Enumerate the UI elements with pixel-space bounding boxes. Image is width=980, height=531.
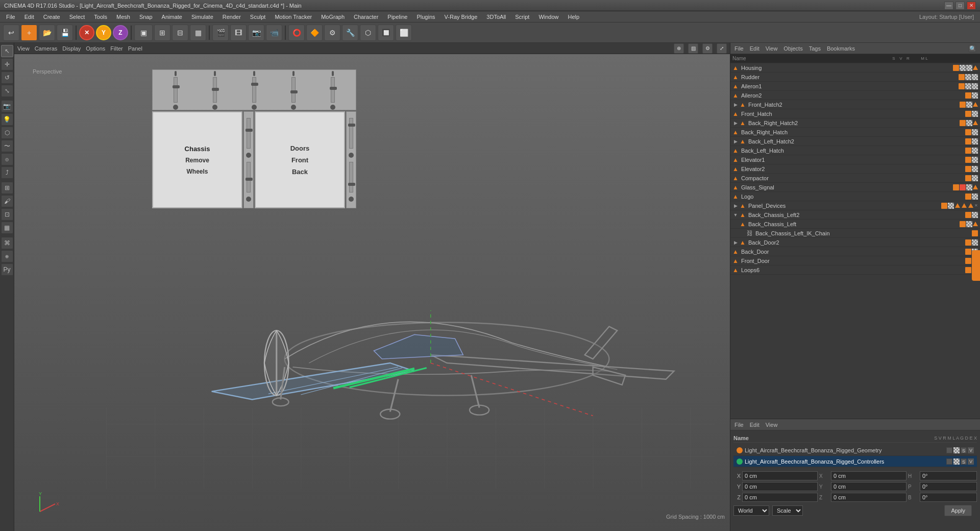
menu-plugins[interactable]: Plugins bbox=[412, 13, 439, 21]
tool-rotate[interactable]: ↺ bbox=[1, 71, 13, 84]
list-item[interactable]: ▲ Back_Chassis_Left bbox=[730, 220, 980, 229]
tool-checker[interactable]: ⊞ bbox=[1, 182, 13, 194]
vp-menu-panel[interactable]: Panel bbox=[128, 45, 142, 52]
attr-menu-file[interactable]: File bbox=[734, 422, 744, 428]
vp-menu-cameras[interactable]: Cameras bbox=[35, 45, 58, 52]
tool-light[interactable]: 💡 bbox=[1, 113, 13, 126]
list-item[interactable]: ▲ Back_Left_Hatch bbox=[730, 146, 980, 155]
render-btn-3[interactable]: 📷 bbox=[248, 25, 264, 41]
list-item[interactable]: ▲ Housing bbox=[730, 63, 980, 73]
tool-move[interactable]: ✛ bbox=[1, 58, 13, 70]
menu-pipeline[interactable]: Pipeline bbox=[383, 13, 411, 21]
list-item[interactable]: ⛓ Back_Chassis_Left_IK_Chain bbox=[730, 229, 980, 238]
menu-help[interactable]: Help bbox=[564, 13, 584, 21]
coord-p-val[interactable] bbox=[920, 482, 977, 491]
apply-button[interactable]: Apply bbox=[944, 505, 972, 516]
maximize-button[interactable]: □ bbox=[955, 2, 965, 10]
tool-rig[interactable]: ⎈ bbox=[1, 250, 13, 262]
menu-window[interactable]: Window bbox=[534, 13, 562, 21]
viewport-canvas[interactable]: Perspective bbox=[14, 54, 730, 531]
list-item[interactable]: ▶ ▲ Front_Hatch2 bbox=[730, 100, 980, 109]
attr-item-controllers[interactable]: Light_Aircraft_Beechcraft_Bonanza_Rigged… bbox=[733, 456, 977, 467]
deform-btn-3[interactable]: ⚙ bbox=[324, 25, 340, 41]
menu-vray[interactable]: V-Ray Bridge bbox=[440, 13, 482, 21]
menu-snap[interactable]: Snap bbox=[135, 13, 157, 21]
save-button[interactable]: 💾 bbox=[57, 25, 73, 41]
obj-menu-file[interactable]: File bbox=[734, 45, 744, 52]
attr-menu-edit[interactable]: Edit bbox=[750, 422, 760, 428]
minimize-button[interactable]: — bbox=[944, 2, 953, 10]
list-item[interactable]: ▲ Logo bbox=[730, 192, 980, 201]
coord-z-input[interactable] bbox=[742, 493, 818, 502]
vp-menu-display[interactable]: Display bbox=[62, 45, 81, 52]
tool-snap-grid[interactable]: ⊡ bbox=[1, 208, 13, 221]
coord-y-input[interactable] bbox=[742, 482, 818, 491]
menu-character[interactable]: Character bbox=[350, 13, 382, 21]
obj-menu-edit[interactable]: Edit bbox=[750, 45, 760, 52]
coord-hy-input[interactable] bbox=[831, 482, 906, 491]
list-item[interactable]: ▶ ▲ Back_Right_Hatch2 bbox=[730, 118, 980, 128]
scale-select[interactable]: Scale bbox=[772, 505, 803, 516]
menu-create[interactable]: Create bbox=[39, 13, 64, 21]
coord-x-input[interactable] bbox=[742, 471, 818, 480]
menu-render[interactable]: Render bbox=[218, 13, 245, 21]
list-item[interactable]: ▲ Elevator1 bbox=[730, 155, 980, 164]
menu-sculpt[interactable]: Sculpt bbox=[246, 13, 270, 21]
menu-tools[interactable]: Tools bbox=[90, 13, 111, 21]
menu-select[interactable]: Select bbox=[65, 13, 89, 21]
coord-h-val[interactable] bbox=[920, 471, 977, 480]
list-item[interactable]: ▲ Elevator2 bbox=[730, 164, 980, 174]
vp-icon-frame[interactable]: ▨ bbox=[688, 43, 698, 54]
list-item[interactable]: ▲ Compactor bbox=[730, 174, 980, 183]
object-list[interactable]: ▲ Housing ▲ Rudder bbox=[730, 63, 980, 419]
menu-script[interactable]: Script bbox=[511, 13, 533, 21]
mode-btn-4[interactable]: ▦ bbox=[190, 25, 206, 41]
coord-system-select[interactable]: World Local bbox=[733, 505, 769, 516]
close-button[interactable]: ✕ bbox=[967, 2, 976, 10]
list-item[interactable]: ▲ Loops6 bbox=[730, 266, 980, 275]
tool-select[interactable]: ↖ bbox=[1, 45, 13, 57]
tool-yellow[interactable]: Y bbox=[96, 25, 111, 40]
deform-btn-7[interactable]: ⬜ bbox=[396, 25, 412, 41]
list-item[interactable]: ▲ Back_Door bbox=[730, 247, 980, 256]
vp-menu-filter[interactable]: Filter bbox=[110, 45, 122, 52]
menu-mograph[interactable]: MoGraph bbox=[317, 13, 349, 21]
right-edge-tab[interactable] bbox=[972, 250, 980, 281]
list-item[interactable]: ▲ Rudder bbox=[730, 73, 980, 82]
menu-file[interactable]: File bbox=[2, 13, 19, 21]
deform-btn-4[interactable]: 🔧 bbox=[342, 25, 358, 41]
vp-icon-crosshair[interactable]: ⊕ bbox=[674, 43, 684, 54]
tool-camera[interactable]: 📷 bbox=[1, 100, 13, 112]
mode-btn-1[interactable]: ▣ bbox=[134, 25, 153, 41]
list-item[interactable]: ▶ ▲ Panel_Devices ✕ bbox=[730, 201, 980, 210]
list-item[interactable]: ▲ Front_Hatch bbox=[730, 109, 980, 118]
tool-bone[interactable]: ⌘ bbox=[1, 237, 13, 249]
deform-btn-6[interactable]: 🔲 bbox=[378, 25, 394, 41]
vp-icon-expand[interactable]: ⤢ bbox=[717, 43, 727, 54]
vp-menu-options[interactable]: Options bbox=[86, 45, 105, 52]
menu-simulate[interactable]: Simulate bbox=[187, 13, 217, 21]
tool-spline[interactable]: 〜 bbox=[1, 140, 13, 152]
deform-btn-1[interactable]: ⭕ bbox=[288, 25, 305, 41]
vp-icon-settings[interactable]: ⚙ bbox=[702, 43, 713, 54]
tool-python[interactable]: Py bbox=[1, 263, 13, 276]
menu-edit[interactable]: Edit bbox=[20, 13, 38, 21]
vp-menu-view[interactable]: View bbox=[17, 45, 30, 52]
tool-purple[interactable]: Z bbox=[113, 25, 128, 40]
new-scene-button[interactable]: + bbox=[21, 25, 37, 41]
list-item[interactable]: ▲ Back_Right_Hatch bbox=[730, 128, 980, 137]
render-btn-4[interactable]: 📹 bbox=[266, 25, 282, 41]
deform-btn-2[interactable]: 🔶 bbox=[306, 25, 323, 41]
menu-motion-tracker[interactable]: Motion Tracker bbox=[271, 13, 316, 21]
tool-paint[interactable]: 🖌 bbox=[1, 195, 13, 207]
obj-menu-view[interactable]: View bbox=[766, 45, 778, 52]
tool-red[interactable]: ✕ bbox=[79, 25, 94, 40]
list-item[interactable]: ▲ Aileron1 bbox=[730, 82, 980, 91]
mode-btn-2[interactable]: ⊞ bbox=[154, 25, 170, 41]
obj-menu-tags[interactable]: Tags bbox=[809, 45, 821, 52]
list-item[interactable]: ▲ Aileron2 bbox=[730, 91, 980, 100]
obj-menu-bookmarks[interactable]: Bookmarks bbox=[827, 45, 855, 52]
tool-nurbs[interactable]: ⌾ bbox=[1, 153, 13, 165]
tool-workspace[interactable]: ▦ bbox=[1, 222, 13, 234]
menu-mesh[interactable]: Mesh bbox=[112, 13, 134, 21]
